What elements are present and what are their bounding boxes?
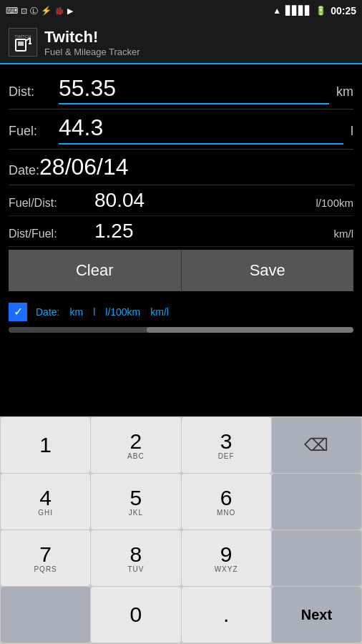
- key-1[interactable]: 1: [1, 417, 90, 473]
- keyboard-row-2: 4 GHI 5 JKL 6 MNO: [0, 473, 362, 530]
- next-button[interactable]: Next: [272, 587, 361, 643]
- key-9[interactable]: 9 WXYZ: [182, 530, 271, 586]
- fuel-dist-unit: l/100km: [315, 197, 353, 209]
- wifi-icon: ▲: [273, 6, 281, 16]
- svg-rect-3: [18, 42, 24, 46]
- bug-icon: 🐞: [54, 6, 64, 16]
- checkmark-icon: ✓: [14, 305, 23, 318]
- dist-fuel-label: Dist/Fuel:: [9, 228, 80, 240]
- status-bar: ⌨ ⊡ Ⓛ ⚡ 🐞 ▶ ▲ ▋▋▋▋ 🔋 00:25: [0, 0, 362, 21]
- col-l100km: l/100km: [105, 306, 140, 318]
- app-logo: TWITCH: [9, 28, 37, 57]
- key-2[interactable]: 2 ABC: [91, 417, 180, 473]
- app-header: TWITCH Twitch! Fuel & Mileage Tracker: [0, 21, 362, 64]
- key-backspace[interactable]: ⌫: [272, 417, 361, 473]
- key-3[interactable]: 3 DEF: [182, 417, 271, 473]
- col-km: km: [69, 306, 83, 318]
- key-empty-1: [272, 474, 361, 530]
- key-0[interactable]: 0: [91, 587, 180, 643]
- dist-fuel-value: 1.25: [80, 220, 334, 243]
- battery-icon: 🔋: [315, 6, 326, 16]
- clear-button[interactable]: Clear: [9, 250, 182, 291]
- fuel-row: Fuel: 44.3 l: [9, 109, 353, 149]
- date-label: Date:: [9, 163, 39, 178]
- dist-label: Dist:: [9, 84, 59, 99]
- save-button[interactable]: Save: [182, 250, 354, 291]
- keyboard-row-3: 7 PQRS 8 TUV 9 WXYZ: [0, 530, 362, 586]
- keyboard: 1 2 ABC 3 DEF ⌫ 4 GHI 5 JKL 6 MNO: [0, 416, 362, 644]
- main-content: Dist: 55.35 km Fuel: 44.3 l Date: 28/06/…: [0, 64, 362, 297]
- col-l: l: [93, 306, 95, 318]
- app-subtitle: Fuel & Mileage Tracker: [44, 47, 140, 57]
- keyboard-icon: ⌨: [6, 6, 18, 16]
- col-date: Date:: [36, 306, 59, 318]
- column-labels: Date: km l l/100km km/l: [36, 306, 169, 318]
- dist-fuel-row: Dist/Fuel: 1.25 km/l: [9, 216, 353, 247]
- col-kml: km/l: [150, 306, 169, 318]
- key-4[interactable]: 4 GHI: [1, 474, 90, 530]
- search-icon: ⊡: [21, 6, 27, 16]
- dist-unit: km: [336, 84, 353, 99]
- action-buttons: Clear Save: [9, 250, 353, 291]
- fuel-value[interactable]: 44.3: [59, 114, 343, 144]
- scroll-thumb: [147, 327, 353, 333]
- dist-fuel-unit: km/l: [334, 228, 354, 240]
- key-empty-bottom: [1, 587, 90, 643]
- status-icons-right: ▲ ▋▋▋▋ 🔋 00:25: [273, 5, 356, 16]
- scroll-track[interactable]: [9, 327, 353, 333]
- keyboard-row-1: 1 2 ABC 3 DEF ⌫: [0, 416, 362, 473]
- dist-value[interactable]: 55.35: [59, 74, 329, 104]
- date-row: Date: 28/06/14: [9, 150, 353, 185]
- app-title-group: Twitch! Fuel & Mileage Tracker: [44, 28, 140, 57]
- dist-row: Dist: 55.35 km: [9, 70, 353, 109]
- backspace-icon: ⌫: [304, 435, 328, 455]
- keyboard-bottom-row: 0 . Next: [0, 586, 362, 644]
- key-5[interactable]: 5 JKL: [91, 474, 180, 530]
- key-8[interactable]: 8 TUV: [91, 530, 180, 586]
- fuel-unit: l: [351, 124, 353, 139]
- lg-icon: Ⓛ: [30, 6, 38, 16]
- key-6[interactable]: 6 MNO: [182, 474, 271, 530]
- app-title: Twitch!: [44, 28, 140, 47]
- key-dot[interactable]: .: [182, 587, 271, 643]
- key-7[interactable]: 7 PQRS: [1, 530, 90, 586]
- signal-icon: ▋▋▋▋: [285, 6, 311, 16]
- fuel-dist-label: Fuel/Dist:: [9, 197, 80, 210]
- checkbox-row: ✓ Date: km l l/100km km/l: [0, 297, 362, 327]
- key-empty-2: [272, 530, 361, 586]
- status-icons-left: ⌨ ⊡ Ⓛ ⚡ 🐞 ▶: [6, 6, 73, 16]
- fuel-dist-row: Fuel/Dist: 80.04 l/100km: [9, 185, 353, 216]
- play-icon: ▶: [67, 6, 73, 16]
- clock: 00:25: [331, 5, 356, 16]
- scroll-area: [0, 327, 362, 333]
- fuel-label: Fuel:: [9, 124, 59, 139]
- checkbox[interactable]: ✓: [9, 303, 27, 321]
- usb-icon: ⚡: [41, 6, 52, 16]
- date-value[interactable]: 28/06/14: [39, 154, 129, 180]
- fuel-dist-value: 80.04: [80, 189, 315, 212]
